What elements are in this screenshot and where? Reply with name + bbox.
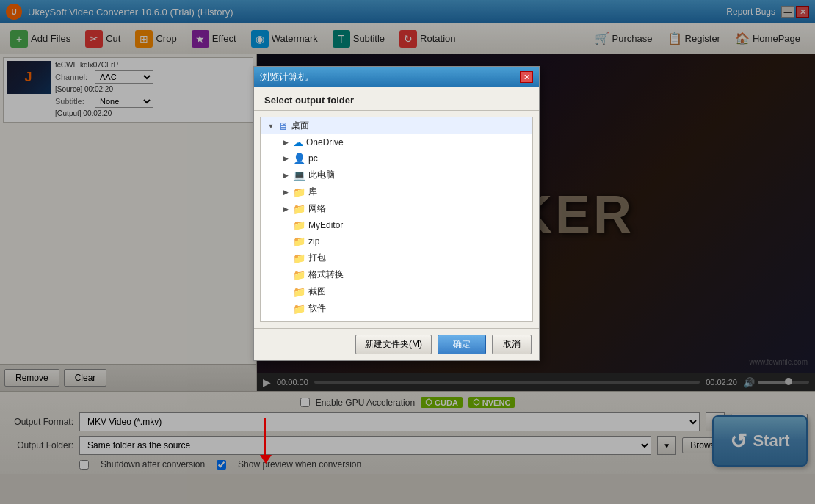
pc-icon: 👤	[293, 153, 305, 164]
tree-arrow-network: ▶	[281, 205, 290, 213]
tree-arrow-onedrive: ▶	[281, 138, 290, 147]
tree-label-package: 打包	[308, 252, 326, 264]
icon-folder-icon: 📁	[293, 320, 305, 323]
dialog-tree[interactable]: ▼ 🖥 桌面 ▶ ☁ OneDrive ▶ 👤 pc ▶ 💻 此电脑	[260, 117, 533, 322]
tree-label-desktop: 桌面	[291, 120, 309, 132]
browse-dialog: 浏览计算机 ✕ Select output folder ▼ 🖥 桌面 ▶ ☁ …	[253, 66, 540, 361]
zip-icon: 📁	[293, 235, 305, 247]
dialog-ok-button[interactable]: 确定	[438, 335, 486, 354]
dialog-title: 浏览计算机	[260, 70, 308, 84]
tree-arrow-ku: ▶	[281, 188, 290, 197]
computer-icon: 💻	[293, 169, 305, 181]
tree-arrow-pc: ▶	[281, 154, 290, 163]
package-icon: 📁	[293, 252, 305, 264]
tree-label-software: 软件	[308, 302, 326, 315]
tree-item-icon[interactable]: 📁 图标	[261, 317, 532, 322]
tree-label-myeditor: MyEditor	[308, 220, 343, 230]
dialog-header: Select output folder	[254, 87, 539, 111]
tree-arrow-myeditor	[281, 221, 290, 230]
tree-label-zip: zip	[308, 236, 319, 246]
dialog-titlebar: 浏览计算机 ✕	[254, 67, 539, 87]
screenshot-icon: 📁	[293, 286, 305, 298]
tree-label-network: 网络	[308, 202, 326, 215]
tree-arrow-iconitem	[281, 321, 290, 323]
tree-label-ku: 库	[308, 186, 317, 198]
tree-item-desktop[interactable]: ▼ 🖥 桌面	[261, 117, 532, 134]
tree-item-zip[interactable]: 📁 zip	[261, 233, 532, 249]
tree-arrow-zip	[281, 237, 290, 246]
tree-item-format[interactable]: 📁 格式转换	[261, 266, 532, 283]
onedrive-icon: ☁	[293, 136, 303, 148]
software-icon: 📁	[293, 303, 305, 315]
tree-item-onedrive[interactable]: ▶ ☁ OneDrive	[261, 134, 532, 150]
tree-item-screenshot[interactable]: 📁 截图	[261, 283, 532, 300]
tree-label-icon: 图标	[308, 319, 326, 322]
tree-item-network[interactable]: ▶ 📁 网络	[261, 200, 532, 217]
dialog-cancel-button[interactable]: 取消	[492, 335, 532, 354]
tree-label-pc: pc	[308, 153, 318, 164]
network-icon: 📁	[293, 203, 305, 215]
tree-arrow-screenshot	[281, 288, 290, 296]
new-folder-button[interactable]: 新建文件夹(M)	[355, 335, 432, 354]
dialog-overlay: 浏览计算机 ✕ Select output folder ▼ 🖥 桌面 ▶ ☁ …	[0, 0, 815, 504]
tree-arrow-computer: ▶	[281, 171, 290, 180]
tree-arrow-package	[281, 254, 290, 263]
tree-item-pc[interactable]: ▶ 👤 pc	[261, 150, 532, 167]
tree-label-format: 格式转换	[308, 269, 344, 281]
tree-arrow-desktop: ▼	[267, 122, 275, 131]
tree-arrow-format	[281, 271, 290, 280]
tree-item-package[interactable]: 📁 打包	[261, 249, 532, 266]
tree-item-myeditor[interactable]: 📁 MyEditor	[261, 217, 532, 233]
tree-label-onedrive: OneDrive	[306, 137, 344, 147]
desktop-icon: 🖥	[278, 120, 289, 132]
myeditor-icon: 📁	[293, 219, 305, 231]
dialog-footer: 新建文件夹(M) 确定 取消	[254, 328, 539, 360]
dialog-close-button[interactable]: ✕	[520, 71, 533, 83]
tree-item-ku[interactable]: ▶ 📁 库	[261, 183, 532, 200]
tree-arrow-software	[281, 304, 290, 313]
tree-item-software[interactable]: 📁 软件	[261, 300, 532, 317]
tree-label-screenshot: 截图	[308, 285, 326, 298]
ku-icon: 📁	[293, 186, 305, 198]
tree-label-computer: 此电脑	[308, 169, 335, 181]
format-icon: 📁	[293, 269, 305, 281]
tree-item-computer[interactable]: ▶ 💻 此电脑	[261, 167, 532, 183]
